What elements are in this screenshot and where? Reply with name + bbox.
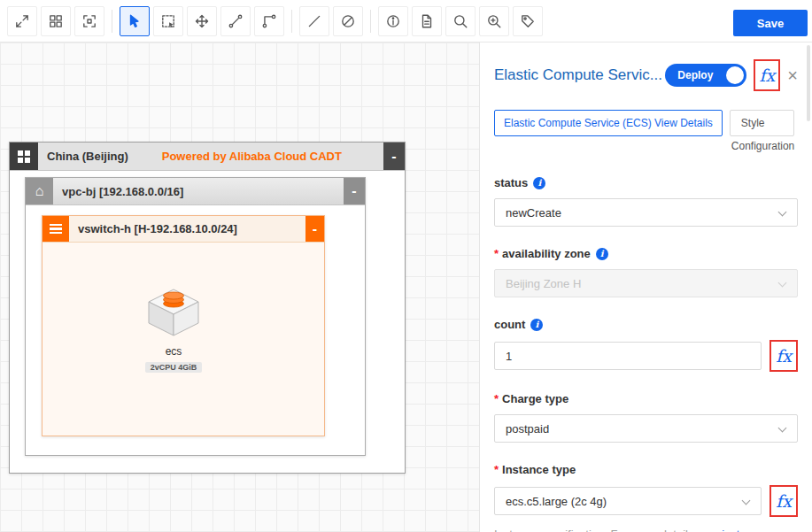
region-container-china-beijing[interactable]: China (Beijing) Powered by Alibaba Cloud…: [9, 142, 406, 474]
components-icon: [48, 13, 64, 29]
properties-panel: Elastic Compute Servic... Deploy fx × El…: [479, 42, 812, 532]
fx-expression-button-count[interactable]: fx: [769, 340, 798, 372]
toolbar-separator: [112, 10, 112, 33]
field-availability-zone: * availability zone i Beijing Zone H: [494, 246, 798, 297]
info-tool-button[interactable]: [378, 6, 408, 36]
document-icon: [419, 13, 435, 29]
field-charge-type: * Charge type postpaid: [494, 391, 798, 443]
connector-line-icon: [228, 13, 244, 29]
charge-type-select[interactable]: postpaid: [494, 414, 798, 443]
components-tool-button[interactable]: [41, 6, 71, 36]
panel-scrollbar-thumb[interactable]: [807, 45, 810, 121]
fx-expression-button-instance-type[interactable]: fx: [769, 485, 798, 517]
charge-type-value: postpaid: [506, 422, 549, 436]
zoom-tool-button[interactable]: [445, 6, 476, 36]
region-collapse-button[interactable]: -: [383, 143, 405, 170]
line-tool-button[interactable]: [299, 6, 329, 36]
zoom-in-tool-button[interactable]: [479, 6, 509, 36]
region-icon: [10, 143, 38, 170]
status-info-icon[interactable]: i: [533, 177, 545, 189]
region-grid-glyph: [18, 150, 30, 163]
field-count: count i fx: [494, 317, 798, 372]
required-marker: *: [494, 392, 499, 405]
marquee-select-tool-button[interactable]: [153, 6, 183, 36]
ecs-label: ecs: [143, 345, 204, 358]
region-header: China (Beijing) Powered by Alibaba Cloud…: [10, 143, 405, 171]
vswitch-header: vswitch-h [H-192.168.10.0/24] -: [43, 216, 324, 243]
ecs-node[interactable]: ecs 2vCPU 4GiB: [143, 287, 204, 374]
vswitch-title: vswitch-h [H-192.168.10.0/24]: [78, 222, 237, 235]
vpc-body: vswitch-h [H-192.168.10.0/24] -: [26, 205, 365, 455]
fit-view-icon: [81, 13, 97, 29]
no-connection-tool-button[interactable]: [333, 6, 363, 36]
vpc-container[interactable]: ⌂ vpc-bj [192.168.0.0/16] - vswitch: [25, 177, 366, 456]
tab-ecs-view-details[interactable]: Elastic Compute Service (ECS) View Detai…: [494, 110, 723, 136]
tag-tool-button[interactable]: [513, 6, 543, 36]
status-select[interactable]: newCreate: [494, 198, 798, 227]
ecs-server-icon: [144, 287, 203, 338]
zoom-in-icon: [486, 13, 502, 29]
chevron-down-icon: [778, 208, 787, 217]
panel-title: Elastic Compute Servic...: [494, 66, 665, 84]
fx-icon: fx: [776, 346, 792, 366]
chevron-down-icon: [742, 497, 751, 505]
field-status: status i newCreate: [494, 175, 798, 227]
move-tool-button[interactable]: [187, 6, 217, 36]
design-canvas[interactable]: China (Beijing) Powered by Alibaba Cloud…: [0, 42, 479, 532]
zoom-icon: [452, 13, 468, 29]
chevron-down-icon: [778, 279, 787, 288]
instance-type-select[interactable]: ecs.c5.large (2c 4g): [494, 487, 762, 515]
connector-elbow-tool-button[interactable]: [254, 6, 284, 36]
availability-zone-label: availability zone: [502, 247, 591, 260]
instance-type-helper-text: Instance specification. For more details…: [494, 528, 719, 532]
chevron-down-icon: [778, 424, 787, 433]
top-toolbar: Save: [0, 0, 812, 42]
pointer-tool-button[interactable]: [120, 6, 150, 36]
connector-elbow-icon: [261, 13, 277, 29]
required-marker: *: [494, 463, 499, 476]
tab-style-configuration[interactable]: Style Configuration: [730, 110, 794, 152]
deploy-toggle-knob: [726, 66, 744, 84]
fx-expression-button-header[interactable]: fx: [754, 59, 780, 91]
instance-type-helper: Instance specification. For more details…: [494, 526, 809, 532]
vpc-title-bar: vpc-bj [192.168.0.0/16]: [53, 178, 344, 204]
vswitch-collapse-button[interactable]: -: [305, 216, 324, 242]
marquee-select-icon: [160, 13, 176, 29]
expand-tool-button[interactable]: [7, 6, 37, 36]
region-body: ⌂ vpc-bj [192.168.0.0/16] - vswitch: [10, 171, 405, 473]
expand-icon: [14, 13, 30, 29]
save-button[interactable]: Save: [733, 10, 808, 36]
line-icon: [306, 13, 322, 29]
availability-zone-select[interactable]: Beijing Zone H: [494, 269, 798, 297]
info-icon: [385, 13, 401, 29]
toolbar-separator: [370, 10, 371, 33]
count-input[interactable]: [494, 342, 762, 370]
vpc-collapse-button[interactable]: -: [344, 178, 365, 204]
deploy-toggle-label: Deploy: [677, 69, 713, 81]
availability-zone-value: Beijing Zone H: [506, 277, 581, 290]
vswitch-title-bar: vswitch-h [H-192.168.10.0/24]: [69, 216, 305, 242]
instance-type-value: ecs.c5.large (2c 4g): [506, 495, 607, 508]
tab-style-box[interactable]: Style: [730, 110, 794, 136]
tab-style-caption: Configuration: [730, 140, 794, 152]
panel-scrollbar[interactable]: [806, 42, 811, 532]
tag-icon: [520, 13, 536, 29]
close-panel-button[interactable]: ×: [787, 66, 798, 84]
panel-tabs: Elastic Compute Service (ECS) View Detai…: [494, 110, 798, 152]
vpc-header: ⌂ vpc-bj [192.168.0.0/16] -: [26, 178, 365, 205]
region-title: China (Beijing): [47, 150, 128, 163]
fit-view-tool-button[interactable]: [74, 6, 104, 36]
vswitch-container[interactable]: vswitch-h [H-192.168.10.0/24] -: [42, 215, 325, 436]
document-tool-button[interactable]: [412, 6, 442, 36]
count-info-icon[interactable]: i: [530, 319, 543, 331]
status-label: status: [494, 176, 528, 189]
availability-zone-info-icon[interactable]: i: [596, 248, 608, 260]
vpc-icon: ⌂: [26, 178, 53, 204]
count-label: count: [494, 318, 525, 331]
connector-line-tool-button[interactable]: [220, 6, 251, 36]
fx-icon: fx: [759, 66, 775, 85]
pointer-icon: [127, 13, 143, 29]
vswitch-icon: [43, 216, 69, 242]
vswitch-bars-glyph: [50, 224, 62, 234]
deploy-toggle[interactable]: Deploy: [665, 64, 746, 87]
